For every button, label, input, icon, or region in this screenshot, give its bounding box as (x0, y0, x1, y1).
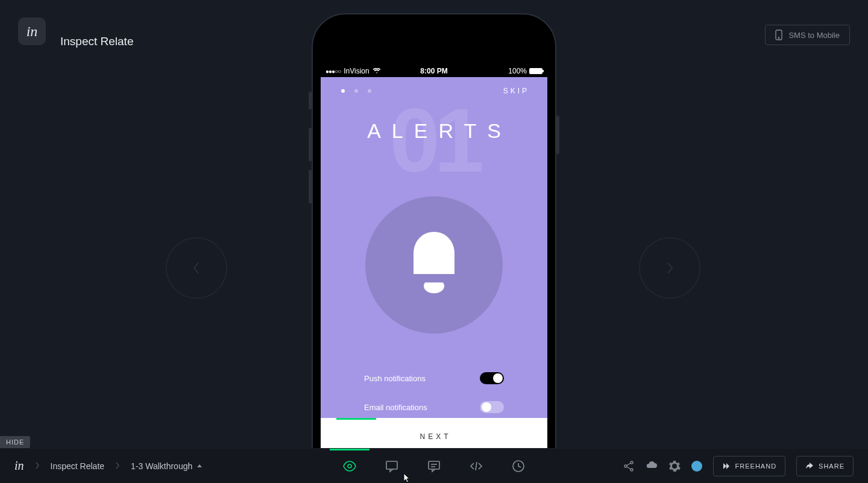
setting-row-email: Email notifications (364, 393, 504, 422)
freehand-label: FREEHAND (735, 463, 777, 470)
chevron-right-icon (35, 461, 40, 472)
pager-dot-2 (354, 89, 358, 93)
walkthrough-screen: SKIP 01 ALERTS Push notifications (321, 77, 547, 472)
previous-screen-button[interactable] (166, 237, 227, 299)
next-screen-button[interactable] (639, 237, 700, 299)
share-arrow-icon (805, 462, 814, 470)
share-button[interactable]: SHARE (796, 456, 854, 476)
comment-mode-tab[interactable] (426, 458, 442, 474)
carrier-label: InVision (344, 67, 369, 75)
project-title: Inspect Relate (60, 35, 133, 48)
next-label: NEXT (417, 432, 451, 441)
share-network-icon (623, 460, 635, 472)
hide-header-toggle[interactable]: HIDE (0, 436, 30, 448)
progress-indicator (336, 418, 376, 420)
settings-button[interactable] (668, 460, 681, 472)
alerts-illustration (365, 196, 503, 334)
breadcrumb-screen-label: 1-3 Walkthrough (131, 461, 192, 471)
breadcrumb-project[interactable]: Inspect Relate (51, 461, 105, 471)
share-network-button[interactable] (623, 460, 635, 472)
comments-icon (427, 459, 441, 473)
breadcrumb-screen-dropdown[interactable]: 1-3 Walkthrough (131, 461, 202, 471)
chevron-right-icon (665, 261, 675, 275)
sms-button-label: SMS to Mobile (788, 31, 840, 40)
upload-button[interactable] (646, 460, 658, 472)
device-preview: ●●●○○ InVision 8:00 PM 100% (312, 13, 556, 483)
svg-point-13 (631, 469, 633, 471)
user-avatar[interactable] (691, 461, 702, 472)
code-icon (469, 459, 483, 473)
svg-rect-6 (429, 461, 439, 469)
phone-power-button (556, 116, 559, 154)
signal-dots-icon: ●●●○○ (326, 68, 341, 75)
invision-logo-small[interactable]: in (14, 459, 24, 473)
history-mode-tab[interactable] (511, 458, 526, 474)
pager-dot-1 (341, 89, 345, 93)
invision-logo-text: in (27, 23, 38, 40)
sms-to-mobile-button[interactable]: SMS to Mobile (765, 25, 850, 45)
breadcrumb: in Inspect Relate 1-3 Walkthrough (14, 459, 623, 473)
share-label: SHARE (819, 463, 844, 470)
inspect-mode-tab[interactable] (468, 458, 484, 474)
svg-rect-5 (386, 461, 397, 469)
setting-label: Email notifications (364, 403, 427, 412)
invision-logo[interactable]: in (18, 17, 46, 45)
phone-frame: ●●●○○ InVision 8:00 PM 100% (312, 13, 556, 483)
gear-icon (668, 460, 681, 472)
bottom-toolbar: in Inspect Relate 1-3 Walkthrough (0, 448, 868, 483)
chevron-left-icon (192, 261, 201, 275)
status-right: 100% (508, 67, 542, 75)
notification-settings: Push notifications Email notifications (364, 364, 504, 422)
phone-screen[interactable]: ●●●○○ InVision 8:00 PM 100% (321, 65, 547, 472)
svg-line-9 (476, 462, 477, 470)
bell-icon (407, 232, 461, 298)
build-mode-tab[interactable] (384, 458, 400, 474)
preview-mode-tab[interactable] (342, 458, 357, 474)
chevron-right-icon (115, 461, 120, 472)
svg-line-14 (626, 463, 630, 466)
caret-up-icon (197, 464, 202, 467)
setting-label: Push notifications (364, 374, 426, 383)
battery-percent: 100% (508, 67, 527, 75)
eye-icon (342, 459, 357, 473)
comment-mode-icon (385, 459, 399, 473)
screen-top-row: SKIP (321, 77, 547, 95)
battery-icon (529, 68, 542, 74)
upload-cloud-icon (646, 460, 658, 472)
skip-button[interactable]: SKIP (503, 87, 529, 95)
phone-icon (775, 30, 782, 40)
svg-point-11 (624, 465, 627, 467)
toolbar-actions: FREEHAND SHARE (623, 456, 854, 476)
clock-icon (511, 459, 526, 473)
screen-title: ALERTS (321, 119, 547, 143)
svg-line-15 (626, 467, 630, 469)
push-notifications-toggle[interactable] (480, 372, 504, 384)
wifi-icon (373, 68, 381, 74)
status-bar: ●●●○○ InVision 8:00 PM 100% (321, 65, 547, 77)
svg-point-1 (779, 37, 780, 39)
pager-dot-3 (368, 89, 371, 93)
page-indicator (341, 89, 371, 93)
status-left: ●●●○○ InVision (326, 67, 381, 75)
mode-tabs (342, 449, 526, 484)
setting-row-push: Push notifications (364, 364, 504, 393)
email-notifications-toggle[interactable] (480, 401, 504, 413)
svg-point-4 (348, 464, 351, 468)
svg-rect-3 (414, 274, 454, 282)
svg-point-12 (631, 461, 633, 464)
freehand-button[interactable]: FREEHAND (713, 456, 786, 476)
freehand-icon (722, 462, 731, 470)
